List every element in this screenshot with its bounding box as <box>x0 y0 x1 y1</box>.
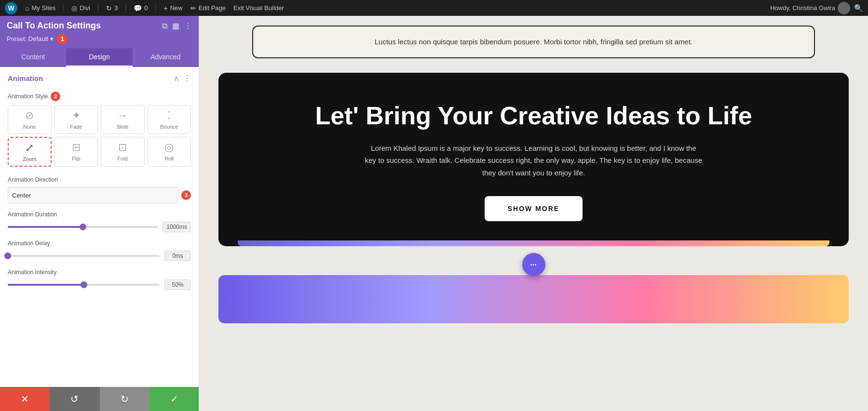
more-icon[interactable]: ⋮ <box>184 21 192 30</box>
canvas-top-card: Luctus lectus non quisque tarpis bibendu… <box>252 26 815 58</box>
section-more-icon[interactable]: ⋮ <box>183 74 191 83</box>
preset-row[interactable]: Preset: Default ▾ 1 <box>7 34 192 44</box>
comment-icon: 💬 <box>134 4 142 12</box>
sync-icon: ↻ <box>106 4 112 12</box>
hero-title: Let' Bring Your Creative Ideas to Life <box>238 102 829 131</box>
undo-button[interactable]: ↺ <box>50 387 99 411</box>
section-header-icons: ∧ ⋮ <box>174 74 191 83</box>
animation-delay-label: Animation Delay <box>8 240 191 247</box>
direction-select[interactable]: Center Top Bottom Left Right <box>8 187 178 203</box>
cancel-button[interactable]: ✕ <box>0 387 50 411</box>
card-text: Luctus lectus non quisque tarpis bibendu… <box>268 36 800 48</box>
badge-3: 3 <box>181 190 191 200</box>
tab-content[interactable]: Content <box>0 48 66 67</box>
rainbow-section <box>218 275 849 323</box>
intensity-fill <box>8 284 84 286</box>
badge-1: 1 <box>57 34 68 44</box>
floating-action-button[interactable]: ••• <box>522 253 545 276</box>
animation-style-label: Animation Style 2 <box>8 92 191 101</box>
roll-label: Roll <box>164 156 174 161</box>
animation-style-grid: ⊘ None ✦ Fade → Slide ⁚ Bounce <box>8 105 191 167</box>
anim-fade[interactable]: ✦ Fade <box>54 105 98 134</box>
fold-label: Fold <box>118 156 128 161</box>
delay-slider-row: 0ms <box>8 251 191 261</box>
anim-fold[interactable]: ⊡ Fold <box>101 137 145 167</box>
edit-page-button[interactable]: ✏ Edit Page <box>190 4 226 12</box>
panel-tabs: Content Design Advanced <box>0 48 199 67</box>
wp-logo-icon[interactable]: W <box>5 2 17 14</box>
animation-intensity-field: Animation Intensity 50% <box>0 265 199 294</box>
flip-label: Flip <box>72 156 81 161</box>
flip-icon: ⊟ <box>72 141 81 154</box>
layout-icon[interactable]: ▦ <box>172 21 179 30</box>
hero-button[interactable]: SHOW MORE <box>485 196 583 221</box>
duration-thumb[interactable] <box>80 224 86 230</box>
divi-icon: ◎ <box>71 4 77 12</box>
search-button[interactable]: 🔍 <box>854 4 863 13</box>
panel-title-row: Call To Action Settings ⧉ ▦ ⋮ <box>7 21 192 31</box>
copy-icon[interactable]: ⧉ <box>162 22 167 30</box>
slide-label: Slide <box>117 124 128 130</box>
hero-section: Let' Bring Your Creative Ideas to Life L… <box>218 73 849 246</box>
exit-builder-button[interactable]: Exit Visual Builder <box>233 4 284 12</box>
divider3 <box>125 4 126 12</box>
search-icon: 🔍 <box>854 4 863 13</box>
panel-bottom-buttons: ✕ ↺ ↻ ✓ <box>0 387 199 411</box>
zoom-icon: ⤢ <box>25 142 34 154</box>
anim-zoom[interactable]: ⤢ Zoom <box>8 137 52 167</box>
roll-icon: ◎ <box>164 141 174 154</box>
badge-2: 2 <box>51 92 60 101</box>
divider <box>63 4 64 12</box>
panel-header-icons: ⧉ ▦ ⋮ <box>162 21 192 30</box>
save-button[interactable]: ✓ <box>149 387 199 411</box>
comments-menu[interactable]: 💬 0 <box>134 4 148 12</box>
panel-header: Call To Action Settings ⧉ ▦ ⋮ Preset: De… <box>0 16 199 48</box>
animation-intensity-label: Animation Intensity <box>8 269 191 276</box>
bounce-label: Bounce <box>160 124 178 130</box>
animation-delay-field: Animation Delay 0ms <box>0 236 199 265</box>
my-sites-menu[interactable]: ⌂ My Sites <box>25 4 55 12</box>
fold-icon: ⊡ <box>118 141 127 154</box>
duration-track <box>8 226 158 228</box>
anim-roll[interactable]: ◎ Roll <box>148 137 191 167</box>
delay-value: 0ms <box>164 251 191 261</box>
delay-track <box>8 255 160 257</box>
duration-slider-row: 1000ms <box>8 222 191 232</box>
new-button[interactable]: + New <box>163 4 182 12</box>
intensity-value: 50% <box>164 279 191 290</box>
anim-none[interactable]: ⊘ None <box>8 105 52 134</box>
left-panel: Call To Action Settings ⧉ ▦ ⋮ Preset: De… <box>0 16 199 411</box>
divider2 <box>98 4 98 12</box>
fade-label: Fade <box>70 124 82 130</box>
none-label: None <box>23 124 36 130</box>
hero-subtitle: Lorem Khaled Ipsum is a major key to suc… <box>365 142 703 179</box>
animation-direction-field: Animation Direction Center Top Bottom Le… <box>0 172 199 207</box>
tab-design[interactable]: Design <box>66 48 132 67</box>
collapse-icon[interactable]: ∧ <box>174 74 179 83</box>
panel-title: Call To Action Settings <box>7 21 101 31</box>
animation-direction-label: Animation Direction <box>8 176 191 183</box>
duration-fill <box>8 226 83 228</box>
anim-flip[interactable]: ⊟ Flip <box>54 137 98 167</box>
zoom-label: Zoom <box>23 156 36 162</box>
anim-slide[interactable]: → Slide <box>101 105 145 134</box>
plus-icon: + <box>163 4 167 12</box>
syncs-menu[interactable]: ↻ 3 <box>106 4 118 12</box>
animation-title: Animation <box>8 74 43 82</box>
delay-thumb[interactable] <box>4 252 11 259</box>
intensity-thumb[interactable] <box>81 281 87 288</box>
animation-style-field: Animation Style 2 ⊘ None ✦ Fade → Slide <box>0 88 199 172</box>
tab-advanced[interactable]: Advanced <box>133 48 199 67</box>
panel-body: Animation ∧ ⋮ Animation Style 2 ⊘ None <box>0 67 199 411</box>
divi-menu[interactable]: ◎ Divi <box>71 4 90 12</box>
floating-icon: ••• <box>530 262 537 267</box>
duration-value: 1000ms <box>163 222 191 232</box>
intensity-slider-row: 50% <box>8 279 191 290</box>
main-layout: Call To Action Settings ⧉ ▦ ⋮ Preset: De… <box>0 16 868 411</box>
fade-icon: ✦ <box>72 109 81 122</box>
redo-button[interactable]: ↻ <box>100 387 149 411</box>
slide-icon: → <box>117 109 128 122</box>
hero-gradient-bar <box>238 240 829 246</box>
anim-bounce[interactable]: ⁚ Bounce <box>148 105 191 134</box>
user-menu[interactable]: Howdy, Christina Gwira <box>770 2 850 14</box>
